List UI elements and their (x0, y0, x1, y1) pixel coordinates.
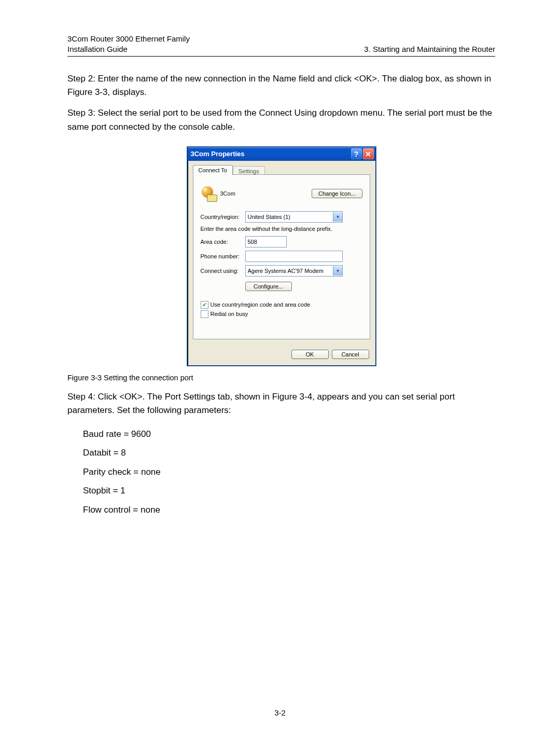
help-icon: ? (354, 150, 359, 158)
tab-panel: 3Com Change Icon... Country/region: Unit… (193, 174, 370, 339)
connection-icon (201, 185, 217, 202)
param-flow: Flow control = none (83, 501, 495, 520)
param-databit: Databit = 8 (83, 444, 495, 463)
redial-on-busy-checkbox[interactable] (201, 310, 208, 318)
properties-dialog: 3Com Properties ? ✕ Connect To Settings (187, 147, 376, 366)
area-code-hint: Enter the area code without the long-dis… (201, 226, 362, 232)
dialog-title: 3Com Properties (191, 150, 350, 158)
chevron-down-icon: ▾ (333, 266, 342, 276)
header-chapter: 3. Starting and Maintaining the Router (364, 44, 495, 54)
phone-number-input[interactable] (245, 251, 343, 262)
country-region-value: United States (1) (248, 214, 333, 220)
close-icon: ✕ (365, 150, 371, 158)
connect-using-label: Connect using: (201, 268, 245, 274)
country-region-select[interactable]: United States (1) ▾ (245, 211, 343, 223)
tab-connect-to[interactable]: Connect To (193, 165, 233, 175)
area-code-label: Area code: (201, 239, 245, 245)
phone-number-label: Phone number: (201, 253, 245, 259)
use-country-code-label: Use country/region code and area code (211, 301, 311, 308)
step-4-text: Step 4: Click <OK>. The Port Settings ta… (67, 390, 495, 418)
cancel-button[interactable]: Cancel (332, 350, 369, 359)
close-button[interactable]: ✕ (363, 148, 374, 159)
serial-parameters: Baud rate = 9600 Databit = 8 Parity chec… (83, 425, 495, 520)
header-product: 3Com Router 3000 Ethernet Family (67, 34, 190, 44)
area-code-input[interactable] (245, 236, 287, 247)
configure-button[interactable]: Configure... (245, 282, 292, 291)
chevron-down-icon: ▾ (333, 212, 342, 222)
page-header: 3Com Router 3000 Ethernet Family Install… (67, 34, 495, 57)
connect-using-value: Agere Systems AC'97 Modem (248, 268, 333, 274)
dialog-titlebar[interactable]: 3Com Properties ? ✕ (188, 147, 375, 161)
change-icon-button[interactable]: Change Icon... (312, 189, 362, 198)
connect-using-select[interactable]: Agere Systems AC'97 Modem ▾ (245, 265, 343, 277)
step-3-text: Step 3: Select the serial port to be use… (67, 106, 495, 134)
param-stopbit: Stopbit = 1 (83, 481, 495, 501)
figure-title: Setting the connection port (102, 374, 193, 382)
header-guide: Installation Guide (67, 44, 190, 54)
param-parity: Parity check = none (83, 463, 495, 482)
param-baud: Baud rate = 9600 (83, 425, 495, 444)
figure-number: Figure 3-3 (67, 374, 102, 382)
redial-on-busy-label: Redial on busy (211, 311, 248, 317)
figure-caption: Figure 3-3 Setting the connection port (67, 374, 495, 382)
use-country-code-checkbox[interactable]: ✔ (201, 301, 208, 309)
page-number: 3-2 (0, 708, 560, 717)
step-2-text: Step 2: Enter the name of the new connec… (67, 72, 495, 100)
help-button[interactable]: ? (351, 148, 362, 159)
connection-name: 3Com (220, 190, 235, 197)
country-region-label: Country/region: (201, 214, 245, 220)
ok-button[interactable]: OK (291, 350, 329, 359)
